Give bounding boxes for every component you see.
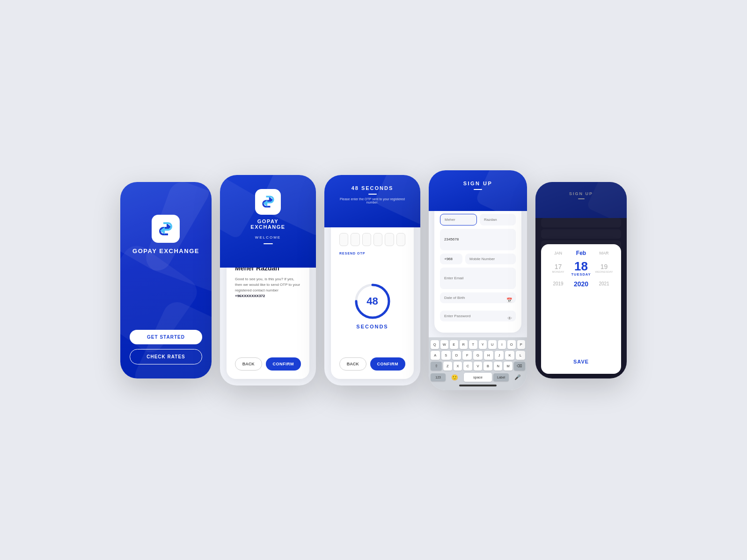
key-h[interactable]: H bbox=[484, 351, 493, 360]
key-z[interactable]: Z bbox=[443, 362, 452, 371]
otp-back-button[interactable]: BACK bbox=[339, 357, 366, 371]
welcome-label: WELCOME bbox=[255, 235, 281, 240]
key-l[interactable]: L bbox=[516, 351, 525, 360]
key-y[interactable]: Y bbox=[479, 340, 487, 349]
key-u[interactable]: U bbox=[488, 340, 497, 349]
check-rates-button[interactable]: CHECK RATES bbox=[130, 349, 202, 364]
key-space[interactable]: space bbox=[464, 373, 492, 382]
key-t[interactable]: T bbox=[469, 340, 477, 349]
otp-header: 48 SECONDS Please enter the OTP sent to … bbox=[324, 175, 420, 227]
otp-desc: Please enter the OTP sent to your regist… bbox=[334, 197, 411, 204]
get-started-button[interactable]: GET STARTED bbox=[130, 330, 202, 344]
date-right: 19 WEDNESDAY bbox=[593, 263, 615, 273]
splash-logo-icon bbox=[152, 215, 180, 243]
welcome-app-name: GOPAY EXCHANGE bbox=[250, 218, 285, 230]
key-q[interactable]: Q bbox=[431, 340, 439, 349]
welcome-confirm-button[interactable]: CONFIRM bbox=[266, 357, 301, 371]
otp-confirm-button[interactable]: CONFIRM bbox=[370, 357, 405, 371]
countdown-container: 48 SECONDS bbox=[339, 261, 405, 352]
phone-welcome: GOPAY EXCHANGE WELCOME Meher Razdan Good… bbox=[220, 175, 316, 385]
date-left: 17 MONDAY bbox=[547, 263, 570, 273]
key-m[interactable]: M bbox=[504, 362, 513, 371]
key-emoji[interactable]: 🙂 bbox=[447, 372, 462, 383]
seconds-label: SECONDS bbox=[356, 324, 388, 329]
otp-box-2[interactable] bbox=[351, 233, 359, 246]
key-w[interactable]: W bbox=[440, 340, 449, 349]
phone-input[interactable] bbox=[440, 229, 516, 250]
keyboard-row-2: A S D F G H J K L bbox=[431, 351, 525, 360]
otp-box-5[interactable] bbox=[385, 233, 394, 246]
eye-icon: 👁 bbox=[507, 316, 512, 321]
key-delete[interactable]: ⌫ bbox=[514, 362, 525, 371]
key-p[interactable]: P bbox=[517, 340, 526, 349]
key-i[interactable]: I bbox=[498, 340, 506, 349]
key-g[interactable]: G bbox=[473, 351, 483, 360]
ghost-input-2 bbox=[541, 229, 621, 239]
key-j[interactable]: J bbox=[495, 351, 504, 360]
signup-title: SIGN UP bbox=[463, 181, 493, 186]
otp-box-3[interactable] bbox=[362, 233, 371, 246]
key-a[interactable]: A bbox=[431, 351, 440, 360]
key-c[interactable]: C bbox=[463, 362, 472, 371]
phones-container: GOPAY EXCHANGE GET STARTED CHECK RATES G… bbox=[102, 152, 645, 409]
email-input[interactable] bbox=[440, 268, 516, 289]
last-name-input[interactable] bbox=[480, 214, 516, 225]
ghost-input-1 bbox=[541, 218, 621, 227]
password-wrap: 👁 bbox=[440, 311, 516, 326]
otp-boxes bbox=[339, 233, 405, 246]
name-row bbox=[440, 214, 516, 225]
keyboard-row-1: Q W E R T Y U I O P bbox=[431, 340, 525, 349]
resend-otp-label[interactable]: RESEND OTP bbox=[339, 252, 405, 255]
keyboard-bottom-row: 123 🙂 space Label 🎤 bbox=[431, 372, 525, 383]
phone-otp: 48 SECONDS Please enter the OTP sent to … bbox=[324, 175, 420, 385]
date-row: 17 MONDAY 18 TUESDAY 19 WEDNESDAY bbox=[547, 260, 615, 276]
key-e[interactable]: E bbox=[450, 340, 458, 349]
key-r[interactable]: R bbox=[460, 340, 468, 349]
otp-box-4[interactable] bbox=[374, 233, 382, 246]
year-row: 2019 2020 2021 bbox=[547, 280, 615, 288]
dob-input[interactable] bbox=[440, 292, 516, 303]
country-code-input[interactable] bbox=[440, 254, 462, 264]
save-date-button[interactable]: SAVE bbox=[547, 355, 615, 368]
welcome-header: GOPAY EXCHANGE WELCOME bbox=[220, 175, 316, 268]
key-label[interactable]: Label bbox=[493, 373, 508, 381]
dob-wrap: 📅 bbox=[440, 292, 516, 307]
year-left: 2019 bbox=[547, 281, 570, 286]
countdown-number: 48 bbox=[366, 295, 378, 307]
welcome-divider bbox=[264, 243, 273, 244]
welcome-back-button[interactable]: BACK bbox=[235, 357, 262, 371]
phone-signup: SIGN UP ENTER YOUR DETAILS 📅 👁 bbox=[429, 170, 527, 390]
key-k[interactable]: K bbox=[505, 351, 514, 360]
year-center: 2020 bbox=[570, 280, 593, 288]
ghost-input-3 bbox=[541, 240, 621, 250]
phone-datepicker: SIGN UP JAN Feb MAR 17 MONDAY 18 TUESDAY bbox=[535, 182, 627, 378]
key-v[interactable]: V bbox=[474, 362, 483, 371]
key-n[interactable]: N bbox=[494, 362, 503, 371]
password-input[interactable] bbox=[440, 311, 516, 321]
first-name-input[interactable] bbox=[440, 214, 477, 225]
datepicker-title: SIGN UP bbox=[569, 191, 593, 196]
otp-box-6[interactable] bbox=[396, 233, 405, 246]
calendar-icon: 📅 bbox=[506, 298, 512, 303]
welcome-desc: Good to see you, is this you? If yes, th… bbox=[235, 276, 301, 299]
gopay-logo-svg bbox=[156, 219, 175, 238]
key-d[interactable]: D bbox=[452, 351, 461, 360]
key-numbers[interactable]: 123 bbox=[431, 373, 446, 381]
signup-header: SIGN UP bbox=[429, 170, 527, 211]
datepicker-divider bbox=[578, 198, 585, 199]
mobile-row bbox=[440, 254, 516, 264]
key-o[interactable]: O bbox=[507, 340, 516, 349]
otp-box-1[interactable] bbox=[339, 233, 348, 246]
key-b[interactable]: B bbox=[483, 362, 492, 371]
signup-card: ENTER YOUR DETAILS 📅 👁 bbox=[434, 201, 521, 333]
home-indicator bbox=[459, 385, 497, 386]
key-x[interactable]: X bbox=[454, 362, 462, 371]
key-shift[interactable]: ⇧ bbox=[431, 362, 442, 371]
signup-divider bbox=[474, 189, 482, 190]
key-s[interactable]: S bbox=[441, 351, 451, 360]
phone-splash: GOPAY EXCHANGE GET STARTED CHECK RATES bbox=[120, 182, 212, 378]
otp-timer-label: 48 SECONDS bbox=[352, 185, 394, 191]
mobile-input[interactable] bbox=[465, 254, 516, 264]
key-mic[interactable]: 🎤 bbox=[510, 372, 525, 382]
key-f[interactable]: F bbox=[462, 351, 472, 360]
